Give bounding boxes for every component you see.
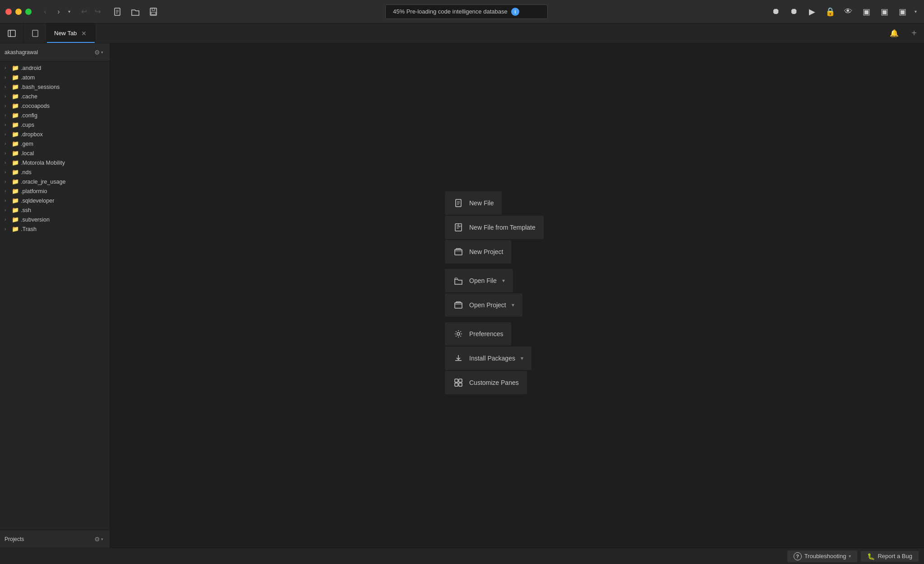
list-item[interactable]: › 📁 .nds bbox=[0, 167, 110, 177]
projects-settings-icon: ⚙ bbox=[94, 536, 100, 543]
projects-settings-button[interactable]: ⚙ ▾ bbox=[92, 534, 105, 545]
folder-icon: 📁 bbox=[12, 83, 19, 90]
status-pill[interactable]: 45% Pre-loading code intelligence databa… bbox=[385, 5, 548, 19]
projects-title: Projects bbox=[5, 536, 90, 542]
new-project-icon bbox=[453, 246, 464, 257]
projects-dropdown-icon: ▾ bbox=[101, 537, 103, 541]
open-file-label: Open File bbox=[469, 277, 497, 284]
preferences-button[interactable]: Preferences bbox=[445, 322, 511, 346]
record2-button[interactable]: ⏺ bbox=[786, 4, 802, 20]
sidebar-settings-button[interactable]: ⚙ ▾ bbox=[92, 47, 105, 58]
new-project-button[interactable]: New Project bbox=[445, 240, 511, 264]
list-item[interactable]: › 📁 .ssh bbox=[0, 205, 110, 215]
new-file-button[interactable]: New File bbox=[445, 191, 502, 215]
list-item[interactable]: › 📁 .atom bbox=[0, 73, 110, 82]
add-tab-button[interactable]: + bbox=[904, 23, 924, 43]
list-item[interactable]: › 📁 .config bbox=[0, 111, 110, 120]
list-item[interactable]: › 📁 .gem bbox=[0, 139, 110, 148]
nav-dropdown-button[interactable]: ▾ bbox=[66, 5, 72, 18]
chevron-icon: › bbox=[5, 84, 10, 89]
layout2-button[interactable]: ▣ bbox=[876, 4, 892, 20]
customize-panes-label: Customize Panes bbox=[469, 379, 519, 386]
new-file-template-label: New File from Template bbox=[469, 224, 536, 231]
preview-button[interactable]: 👁 bbox=[840, 4, 856, 20]
list-item[interactable]: › 📁 .android bbox=[0, 63, 110, 73]
install-packages-button[interactable]: Install Packages ▾ bbox=[445, 347, 531, 370]
settings-icon: ⚙ bbox=[94, 49, 100, 56]
bottom-bar: ? Troubleshooting ▾ 🐛 Report a Bug bbox=[0, 548, 924, 564]
chevron-icon: › bbox=[5, 189, 10, 194]
list-item[interactable]: › 📁 .oracle_jre_usage bbox=[0, 177, 110, 186]
svg-rect-25 bbox=[459, 383, 462, 386]
lock-button[interactable]: 🔒 bbox=[822, 4, 838, 20]
record-button[interactable]: ⏺ bbox=[768, 4, 784, 20]
report-bug-button[interactable]: 🐛 Report a Bug bbox=[861, 551, 919, 562]
chevron-icon: › bbox=[5, 208, 10, 213]
svg-rect-18 bbox=[458, 224, 462, 226]
chevron-icon: › bbox=[5, 141, 10, 146]
troubleshooting-button[interactable]: ? Troubleshooting ▾ bbox=[787, 550, 858, 562]
back-button[interactable]: ‹ bbox=[39, 5, 51, 18]
svg-point-21 bbox=[457, 333, 460, 335]
open-project-arrow-icon: ▾ bbox=[512, 302, 514, 308]
open-project-button[interactable]: Open Project ▾ bbox=[445, 293, 522, 317]
layout-dropdown-button[interactable]: ▾ bbox=[912, 5, 919, 18]
forward-button[interactable]: › bbox=[52, 5, 65, 18]
layout3-button[interactable]: ▣ bbox=[894, 4, 910, 20]
new-file-label: New File bbox=[469, 199, 494, 207]
save-toolbar-button[interactable] bbox=[145, 4, 162, 20]
chevron-icon: › bbox=[5, 75, 10, 80]
list-item[interactable]: › 📁 .cocoapods bbox=[0, 101, 110, 111]
svg-rect-23 bbox=[459, 379, 462, 382]
status-info-icon[interactable]: i bbox=[511, 8, 519, 16]
sidebar-toggle-icon[interactable] bbox=[0, 23, 23, 43]
redo-button[interactable]: ↪ bbox=[91, 5, 104, 18]
list-item[interactable]: › 📁 .cups bbox=[0, 120, 110, 129]
list-item[interactable]: › 📁 .Motorola Mobility bbox=[0, 158, 110, 167]
close-button[interactable] bbox=[5, 9, 12, 15]
file-tab-icon[interactable] bbox=[23, 23, 47, 43]
status-text: 45% Pre-loading code intelligence databa… bbox=[393, 8, 508, 15]
customize-panes-button[interactable]: Customize Panes bbox=[445, 371, 527, 394]
list-item[interactable]: › 📁 .Trash bbox=[0, 224, 110, 234]
folder-icon: 📁 bbox=[12, 197, 19, 204]
install-packages-icon bbox=[453, 353, 464, 364]
play-button[interactable]: ▶ bbox=[804, 4, 820, 20]
preferences-label: Preferences bbox=[469, 330, 503, 337]
folder-icon: 📁 bbox=[12, 140, 19, 147]
open-file-button[interactable]: Open File ▾ bbox=[445, 269, 513, 292]
projects-section: Projects ⚙ ▾ bbox=[0, 530, 110, 548]
folder-icon: 📁 bbox=[12, 65, 19, 71]
settings-group: Preferences Install Packages ▾ bbox=[445, 322, 589, 395]
chevron-icon: › bbox=[5, 179, 10, 184]
traffic-lights bbox=[5, 9, 32, 15]
chevron-icon: › bbox=[5, 132, 10, 137]
new-file-toolbar-button[interactable] bbox=[109, 4, 125, 20]
list-item[interactable]: › 📁 .subversion bbox=[0, 215, 110, 224]
file-tree: › 📁 .android › 📁 .atom › 📁 .bash_session… bbox=[0, 61, 110, 530]
folder-icon: 📁 bbox=[12, 178, 19, 185]
tab-close-button[interactable]: ✕ bbox=[80, 29, 88, 37]
list-item[interactable]: › 📁 .sqldeveloper bbox=[0, 196, 110, 205]
list-item[interactable]: › 📁 .platformio bbox=[0, 186, 110, 196]
new-file-template-icon bbox=[453, 222, 464, 233]
layout1-button[interactable]: ▣ bbox=[858, 4, 874, 20]
list-item[interactable]: › 📁 .bash_sessions bbox=[0, 82, 110, 92]
bug-icon: 🐛 bbox=[867, 553, 875, 560]
list-item[interactable]: › 📁 .cache bbox=[0, 92, 110, 101]
new-file-group: New File New File from Template bbox=[445, 191, 589, 264]
file-toolbar-group bbox=[109, 4, 162, 20]
open-folder-toolbar-button[interactable] bbox=[127, 4, 143, 20]
notifications-button[interactable]: 🔔 bbox=[884, 23, 904, 43]
tab-new-tab[interactable]: New Tab ✕ bbox=[47, 23, 95, 43]
sidebar-title: akashagrawal bbox=[5, 49, 90, 55]
open-file-icon bbox=[453, 275, 464, 286]
open-project-icon bbox=[453, 300, 464, 310]
folder-icon: 📁 bbox=[12, 159, 19, 166]
minimize-button[interactable] bbox=[15, 9, 22, 15]
list-item[interactable]: › 📁 .local bbox=[0, 148, 110, 158]
maximize-button[interactable] bbox=[25, 9, 32, 15]
undo-button[interactable]: ↩ bbox=[78, 5, 90, 18]
new-file-template-button[interactable]: New File from Template bbox=[445, 216, 544, 239]
list-item[interactable]: › 📁 .dropbox bbox=[0, 129, 110, 139]
